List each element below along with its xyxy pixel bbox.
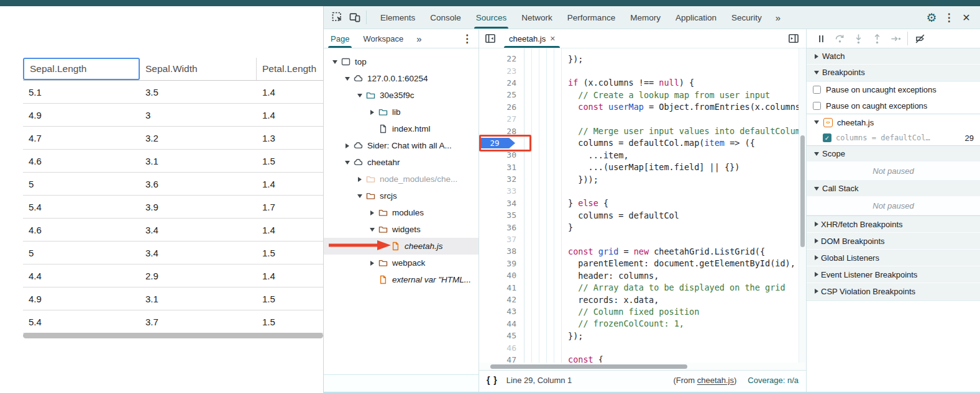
tree-item-webpack[interactable]: webpack [324, 255, 479, 271]
grid-cell[interactable]: 3.2 [140, 127, 257, 149]
section-scope[interactable]: Scope [807, 146, 980, 162]
grid-cell[interactable]: 3.9 [140, 196, 257, 218]
grid-cell[interactable]: 3.5 [140, 81, 257, 103]
line-number-gutter[interactable]: 41 [479, 283, 524, 292]
code-line[interactable]: 43 // Column fixed position [479, 305, 806, 317]
close-devtools-icon[interactable]: ✕ [958, 9, 975, 25]
line-number-gutter[interactable]: 38 [479, 246, 524, 256]
tab-sources[interactable]: Sources [469, 6, 515, 29]
chevron-down-icon[interactable] [355, 94, 364, 97]
step-out-icon[interactable] [868, 30, 886, 47]
more-tabs-icon[interactable]: » [769, 12, 787, 23]
tree-item-srcjs[interactable]: srcjs [324, 187, 479, 204]
code-line[interactable]: 31 ...(userMap[item.field] || {}) [479, 161, 806, 173]
section-xhr-fetch-breakpoints[interactable]: XHR/fetch Breakpoints [807, 216, 980, 233]
navigator-tab-page[interactable]: Page [324, 29, 356, 48]
navigator-menu-icon[interactable]: ⋮ [462, 29, 472, 48]
grid-cell[interactable]: 1.7 [257, 196, 323, 218]
chevron-down-icon[interactable] [330, 60, 339, 64]
tree-item-127-0-0-1-60254[interactable]: 127.0.0.1:60254 [324, 70, 479, 87]
grid-cell[interactable]: 3 [140, 104, 257, 126]
sourcemap-file-link[interactable]: cheetah.js [697, 376, 734, 385]
step-into-icon[interactable] [849, 30, 868, 47]
navigator-tab-workspace[interactable]: Workspace [356, 29, 410, 48]
code-line[interactable]: 34 } else { [479, 197, 806, 209]
code-area[interactable]: 22 });2324 if (x.columns !== null) {25 /… [479, 48, 806, 363]
code-line[interactable]: 26 const userMap = Object.fromEntries(x.… [479, 101, 806, 113]
chevron-right-icon[interactable] [342, 143, 352, 148]
line-number-gutter[interactable]: 34 [479, 199, 524, 208]
breakpoint-marker[interactable]: 29 [480, 138, 515, 149]
line-number-gutter[interactable]: 22 [479, 54, 524, 63]
line-number-gutter[interactable]: 46 [479, 343, 524, 353]
line-number-gutter[interactable]: 31 [479, 163, 524, 172]
editor-vertical-scrollbar[interactable] [799, 48, 806, 363]
grid-cell[interactable]: 4.7 [23, 127, 140, 149]
chevron-right-icon[interactable] [355, 177, 364, 182]
grid-cell[interactable]: 1.4 [257, 104, 323, 126]
grid-cell[interactable]: 5 [23, 173, 140, 195]
grid-column-header[interactable]: Sepal.Width [140, 58, 257, 80]
grid-cell[interactable]: 1.5 [257, 310, 323, 333]
deactivate-breakpoints-icon[interactable] [910, 30, 929, 47]
line-number-gutter[interactable]: 25 [479, 90, 524, 99]
grid-cell[interactable]: 3.4 [140, 219, 257, 241]
code-line[interactable]: 42 records: x.data, [479, 294, 806, 305]
code-line[interactable]: 36 } [479, 221, 806, 233]
code-line[interactable]: 39 parentElement: document.getElementByI… [479, 258, 806, 269]
step-over-icon[interactable] [830, 30, 849, 47]
line-number-gutter[interactable]: 33 [479, 186, 524, 196]
grid-cell[interactable]: 5.4 [23, 196, 140, 218]
tab-security[interactable]: Security [724, 6, 769, 29]
section-dom-breakpoints[interactable]: DOM Breakpoints [807, 233, 980, 250]
grid-cell[interactable]: 1.4 [257, 81, 323, 103]
tree-item-lib[interactable]: lib [324, 104, 479, 120]
tree-item-cheetah-js[interactable]: cheetah.js [324, 238, 479, 255]
section-global-listeners[interactable]: Global Listeners [807, 250, 980, 266]
line-number-gutter[interactable]: 35 [479, 210, 524, 220]
devtools-menu-icon[interactable]: ⋮ [940, 9, 958, 25]
line-number-gutter[interactable]: 32 [479, 174, 524, 184]
code-line[interactable]: 25 // Create a lookup map from user inpu… [479, 89, 806, 101]
grid-cell[interactable]: 1.5 [257, 287, 323, 310]
close-tab-icon[interactable]: × [550, 34, 555, 43]
code-line[interactable]: 35 columns = defaultCol [479, 209, 806, 221]
grid-cell[interactable]: 1.5 [257, 242, 323, 264]
line-number-gutter[interactable]: 43 [479, 307, 524, 316]
code-line[interactable]: 23 [479, 65, 806, 76]
code-line[interactable]: 37 [479, 233, 806, 245]
chevron-down-icon[interactable] [355, 194, 364, 198]
code-line[interactable]: 33 [479, 185, 806, 197]
line-number-gutter[interactable]: 28 [479, 127, 524, 136]
section-watch[interactable]: Watch [807, 48, 980, 65]
grid-cell[interactable]: 3.7 [140, 310, 257, 333]
grid-cell[interactable]: 2.9 [140, 264, 257, 287]
line-number-gutter[interactable]: 42 [479, 295, 524, 304]
section-csp-violation-breakpoints[interactable]: CSP Violation Breakpoints [807, 283, 980, 300]
toggle-debugger-sidebar-icon[interactable] [785, 30, 802, 47]
chevron-down-icon[interactable] [367, 228, 377, 232]
line-number-gutter[interactable]: 23 [479, 66, 524, 76]
step-icon[interactable] [886, 30, 905, 47]
chevron-down-icon[interactable] [342, 161, 352, 165]
grid-cell[interactable]: 4.6 [23, 150, 140, 172]
editor-horizontal-scrollbar[interactable] [479, 363, 806, 370]
code-line[interactable]: 38 const grid = new cheetahGrid.ListGrid… [479, 245, 806, 257]
breakpoint-entry[interactable]: ✓ columns = defaultCol… 29 [807, 130, 980, 145]
tab-network[interactable]: Network [514, 6, 560, 29]
code-line[interactable]: 29 columns = defaultCol.map(item => ({ [479, 137, 806, 149]
grid-cell[interactable]: 1.4 [257, 173, 323, 195]
tab-console[interactable]: Console [423, 6, 469, 29]
line-number-gutter[interactable]: 36 [479, 223, 524, 232]
tree-item-index-html[interactable]: index.html [324, 120, 479, 137]
line-number-gutter[interactable]: 45 [479, 331, 524, 340]
grid-cell[interactable]: 4.9 [23, 104, 140, 126]
grid-cell[interactable]: 5 [23, 242, 140, 264]
code-line[interactable]: 44 // frozenColCount: 1, [479, 318, 806, 330]
line-number-gutter[interactable]: 27 [479, 114, 524, 124]
tree-item-widgets[interactable]: widgets [324, 221, 479, 238]
tree-item-30e35f9c[interactable]: 30e35f9c [324, 87, 479, 104]
code-line[interactable]: 30 ...item, [479, 149, 806, 161]
tab-application[interactable]: Application [668, 6, 724, 29]
grid-cell[interactable]: 5.4 [23, 310, 140, 333]
